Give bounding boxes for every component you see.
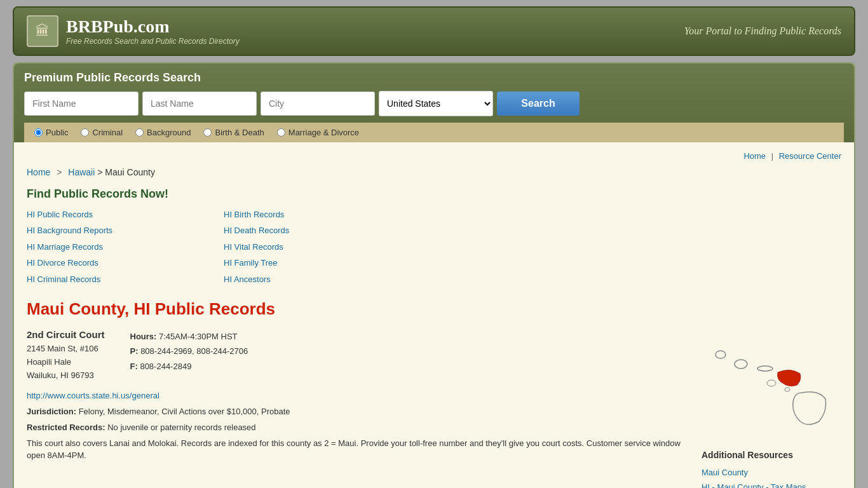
search-section-title: Premium Public Records Search <box>24 71 844 85</box>
option-background[interactable]: Background <box>135 128 191 137</box>
link-hi-vital-records[interactable]: HI Vital Records <box>224 240 408 254</box>
court-address-block: 2nd Circuit Court 2145 Main St, #106 Hoa… <box>27 329 105 384</box>
link-hi-divorce-records[interactable]: HI Divorce Records <box>27 255 211 270</box>
jurisdiction-label: Jurisdiction: <box>27 407 76 416</box>
find-records-title: Find Public Records Now! <box>27 187 841 201</box>
page-title: Maui County, HI Public Records <box>27 299 841 319</box>
last-name-input[interactable] <box>142 92 257 116</box>
top-nav-separator: | <box>771 151 773 161</box>
logo-area: 🏛 BRBPub.com Free Records Search and Pub… <box>27 15 240 47</box>
find-records-section: Find Public Records Now! HI Public Recor… <box>27 187 841 287</box>
breadcrumb-state-link[interactable]: Hawaii <box>68 167 95 177</box>
search-section: Premium Public Records Search United Sta… <box>14 64 854 142</box>
link-hi-background-reports[interactable]: HI Background Reports <box>27 223 211 238</box>
breadcrumb-current: Maui County <box>105 167 155 177</box>
court-name: 2nd Circuit Court <box>27 329 105 340</box>
court-jurisdiction: Jurisdiction: Felony, Misdemeanor, Civil… <box>27 405 689 419</box>
svg-point-3 <box>767 380 776 386</box>
option-criminal[interactable]: Criminal <box>81 128 123 137</box>
court-details-grid: 2nd Circuit Court 2145 Main St, #106 Hoa… <box>27 329 689 384</box>
breadcrumb-separator-1: > <box>57 167 64 177</box>
first-name-input[interactable] <box>24 92 139 116</box>
fax-label: F: <box>130 362 138 371</box>
city-input[interactable] <box>261 92 375 116</box>
records-links: HI Public Records HI Birth Records HI Ba… <box>27 207 408 287</box>
additional-resources: Additional Resources Maui County HI - Ma… <box>702 450 841 488</box>
search-options: Public Criminal Background Birth & Death… <box>24 123 844 142</box>
svg-point-0 <box>715 351 726 358</box>
restricted-value: No juvenile or paternity records release… <box>107 423 255 432</box>
top-nav-resource-center-link[interactable]: Resource Center <box>779 151 841 161</box>
link-hi-criminal-records[interactable]: HI Criminal Records <box>27 272 211 287</box>
header-tagline: Your Portal to Finding Public Records <box>684 25 841 37</box>
phone-label: P: <box>130 346 139 356</box>
court-address-line2: Hoapili Hale <box>27 357 71 367</box>
site-subtitle: Free Records Search and Public Records D… <box>66 37 240 46</box>
link-hi-birth-records[interactable]: HI Birth Records <box>224 207 408 222</box>
additional-resources-title: Additional Resources <box>702 450 841 460</box>
breadcrumb-separator-2: > <box>97 167 105 177</box>
logo-text: BRBPub.com Free Records Search and Publi… <box>66 17 240 46</box>
court-phone: P: 808-244-2969, 808-244-2706 <box>130 344 248 358</box>
court-restricted: Restricted Records: No juvenile or pater… <box>27 421 689 435</box>
hours-label: Hours: <box>130 332 157 341</box>
restricted-label: Restricted Records: <box>27 423 105 432</box>
site-header: 🏛 BRBPub.com Free Records Search and Pub… <box>13 6 855 56</box>
option-birth-death[interactable]: Birth & Death <box>203 128 264 137</box>
search-form: United States Search <box>24 91 844 116</box>
top-nav-home-link[interactable]: Home <box>743 151 766 161</box>
top-nav: Home | Resource Center <box>27 151 841 161</box>
main-container: Premium Public Records Search United Sta… <box>13 62 855 488</box>
breadcrumb: Home > Hawaii > Maui County <box>27 167 841 177</box>
court-website-link[interactable]: http://www.courts.state.hi.us/general <box>27 391 689 400</box>
phone-value: 808-244-2969, 808-244-2706 <box>140 346 248 356</box>
content-area: Home | Resource Center Home > Hawaii > M… <box>14 142 854 488</box>
court-info: 2nd Circuit Court 2145 Main St, #106 Hoa… <box>27 329 689 488</box>
court-note: This court also covers Lanai and Molokai… <box>27 437 689 462</box>
hawaii-map-svg <box>708 336 835 437</box>
jurisdiction-value: Felony, Misdemeanor, Civil Actions over … <box>79 407 290 416</box>
svg-point-4 <box>785 388 790 391</box>
option-marriage-divorce[interactable]: Marriage & Divorce <box>277 128 359 137</box>
hawaii-map-container <box>702 329 841 437</box>
search-button[interactable]: Search <box>497 92 580 116</box>
breadcrumb-home-link[interactable]: Home <box>27 167 50 177</box>
link-hi-death-records[interactable]: HI Death Records <box>224 223 408 238</box>
fax-value: 808-244-2849 <box>140 362 191 371</box>
link-hi-ancestors[interactable]: HI Ancestors <box>224 272 408 287</box>
svg-point-2 <box>757 366 773 371</box>
court-address-line3: Wailuku, HI 96793 <box>27 370 94 380</box>
court-fax: F: 808-244-2849 <box>130 359 248 374</box>
court-hours: Hours: 7:45AM-4:30PM HST <box>130 329 248 344</box>
hours-value: 7:45AM-4:30PM HST <box>159 332 238 341</box>
link-hi-public-records[interactable]: HI Public Records <box>27 207 211 222</box>
court-address: 2145 Main St, #106 Hoapili Hale Wailuku,… <box>27 342 105 382</box>
court-contact: Hours: 7:45AM-4:30PM HST P: 808-244-2969… <box>130 329 248 384</box>
link-hi-family-tree[interactable]: HI Family Tree <box>224 255 408 270</box>
additional-resource-tax-maps-link[interactable]: HI - Maui County - Tax Maps <box>702 480 841 488</box>
country-select[interactable]: United States <box>379 91 493 116</box>
svg-point-1 <box>735 360 747 369</box>
link-hi-marriage-records[interactable]: HI Marriage Records <box>27 240 211 254</box>
map-column: Additional Resources Maui County HI - Ma… <box>702 329 841 488</box>
logo-icon: 🏛 <box>27 15 58 47</box>
court-address-line1: 2145 Main St, #106 <box>27 344 98 353</box>
additional-resource-maui-county-link[interactable]: Maui County <box>702 465 841 480</box>
lower-section: 2nd Circuit Court 2145 Main St, #106 Hoa… <box>27 329 841 488</box>
site-title: BRBPub.com <box>66 17 240 37</box>
option-public[interactable]: Public <box>34 128 68 137</box>
